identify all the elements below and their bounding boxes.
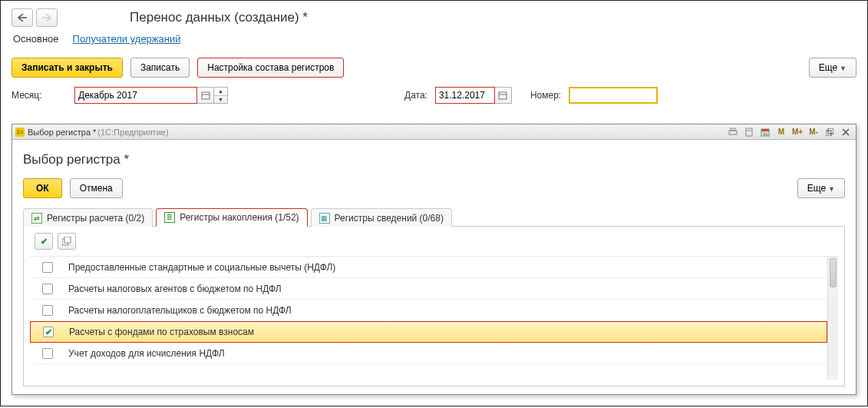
calendar-tool-icon[interactable]: 31 [758, 126, 772, 138]
tab-recipients[interactable]: Получатели удержаний [73, 33, 181, 47]
svg-rect-6 [746, 128, 752, 136]
row-label: Расчеты с фондами по страховым взносам [69, 327, 254, 337]
svg-rect-2 [499, 92, 507, 99]
row-label: Расчеты налогоплательщиков с бюджетом по… [68, 305, 292, 316]
info-register-icon: ▦ [319, 213, 330, 224]
accum-register-icon: ≣ [164, 212, 175, 223]
nav-forward-button[interactable] [36, 8, 58, 27]
print-icon[interactable] [726, 126, 740, 138]
tab-calc-registers[interactable]: ⇄ Регистры расчета (0/2) [23, 208, 153, 227]
row-checkbox[interactable]: ✔ [43, 327, 54, 337]
arrow-left-icon [18, 14, 27, 22]
window-restore-button[interactable] [823, 126, 837, 138]
app-1c-icon: 1c [15, 128, 25, 137]
date-label: Дата: [404, 90, 427, 101]
save-close-button[interactable]: Записать и закрыть [12, 58, 123, 78]
calendar-icon[interactable] [197, 87, 214, 104]
register-row[interactable]: ✔Расчеты с фондами по страховым взносам [30, 321, 827, 343]
svg-rect-5 [731, 128, 735, 131]
row-checkbox[interactable] [42, 262, 53, 273]
configure-registers-button[interactable]: Настройка состава регистров [197, 58, 344, 78]
calculator-icon[interactable] [742, 126, 756, 138]
month-spinner[interactable]: ▲▼ [214, 87, 228, 104]
modal-title: Выбор регистра * [23, 152, 845, 168]
calendar-icon[interactable] [495, 87, 512, 104]
check-all-button[interactable]: ✔ [35, 233, 53, 250]
modal-titlebar-subtitle: (1С:Предприятие) [97, 128, 168, 137]
calendar-glyph-icon [498, 91, 507, 100]
tab-accum-registers[interactable]: ≣ Регистры накопления (1/52) [156, 208, 307, 227]
svg-text:31: 31 [763, 131, 768, 136]
arrow-right-icon [42, 14, 51, 22]
vertical-scrollbar[interactable] [827, 257, 838, 380]
register-row[interactable]: Расчеты налоговых агентов с бюджетом по … [30, 278, 827, 300]
cancel-button[interactable]: Отмена [70, 178, 123, 198]
date-input[interactable] [435, 87, 495, 104]
row-label: Расчеты налоговых агентов с бюджетом по … [68, 284, 282, 294]
chevron-down-icon: ▼ [828, 185, 835, 193]
register-select-modal: 1c Выбор регистра * (1С:Предприятие) 31 … [12, 124, 856, 395]
more-button[interactable]: Еще▼ [809, 58, 856, 78]
scrollbar-thumb[interactable] [830, 258, 837, 287]
calc-register-icon: ⇄ [31, 213, 42, 224]
row-label: Предоставленные стандартные и социальные… [68, 262, 335, 273]
number-input[interactable] [569, 87, 658, 104]
check-all-icon: ✔ [41, 237, 48, 247]
svg-rect-0 [202, 92, 210, 99]
month-label: Месяц: [12, 90, 67, 101]
tab-main[interactable]: Основное [13, 33, 59, 47]
row-checkbox[interactable] [42, 305, 53, 316]
chevron-down-icon: ▼ [840, 65, 847, 72]
memory-m-button[interactable]: M [774, 126, 788, 138]
month-input[interactable] [74, 87, 197, 104]
ok-button[interactable]: ОК [23, 178, 62, 198]
row-checkbox[interactable] [42, 348, 53, 359]
memory-mplus-button[interactable]: M+ [790, 126, 804, 138]
row-label: Учет доходов для исчисления НДФЛ [68, 348, 225, 359]
memory-mminus-button[interactable]: M- [807, 126, 820, 138]
nav-back-button[interactable] [12, 8, 33, 27]
modal-more-button[interactable]: Еще▼ [797, 178, 845, 198]
row-checkbox[interactable] [42, 284, 53, 294]
number-label: Номер: [530, 90, 561, 101]
register-row[interactable]: Предоставленные стандартные и социальные… [30, 257, 827, 278]
svg-rect-14 [64, 237, 71, 243]
register-row[interactable]: Учет доходов для исчисления НДФЛ [30, 343, 827, 364]
register-row[interactable]: Расчеты налогоплательщиков с бюджетом по… [30, 300, 827, 321]
close-button[interactable] [839, 126, 853, 138]
calendar-glyph-icon [201, 91, 210, 100]
page-title: Перенос данных (создание) * [130, 10, 308, 25]
save-button[interactable]: Записать [130, 58, 190, 78]
modal-titlebar[interactable]: 1c Выбор регистра * (1С:Предприятие) 31 … [12, 124, 856, 140]
tab-info-registers[interactable]: ▦ Регистры сведений (0/68) [311, 208, 452, 227]
modal-titlebar-title: Выбор регистра * [28, 128, 96, 137]
uncheck-all-button[interactable] [58, 233, 76, 250]
svg-rect-4 [729, 131, 737, 134]
uncheck-all-icon [62, 237, 71, 246]
